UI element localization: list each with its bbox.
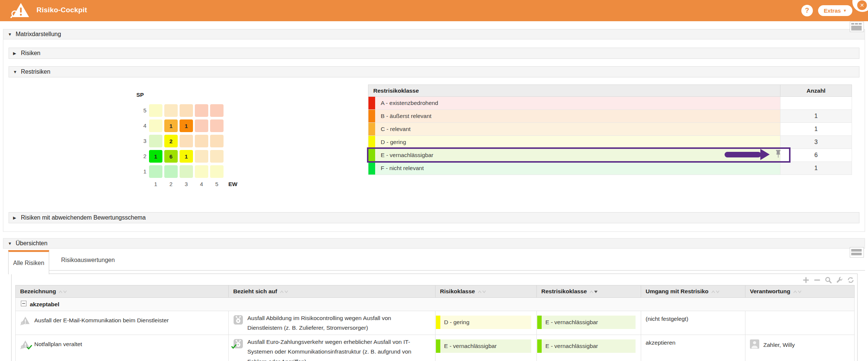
section-matrixdarstellung: ▼ Matrixdarstellung ▶ Risiken ▼ Restrisi…	[3, 29, 865, 232]
column-header[interactable]: Bezieht sich auf	[229, 285, 435, 298]
close-button[interactable]: ✕	[852, 0, 868, 12]
subsection-header-restrisiken[interactable]: ▼ Restrisiken	[9, 66, 859, 77]
matrix-cell[interactable]	[149, 165, 162, 178]
matrix-y-tick: 2	[137, 153, 146, 159]
risk-title[interactable]: Notfallplan veraltet	[34, 339, 82, 348]
matrix-cell[interactable]: 1	[149, 150, 162, 163]
matrix-cell[interactable]	[180, 104, 193, 117]
risk-title[interactable]: Ausfall der E-Mail-Kommunikation beim Di…	[34, 316, 169, 324]
tab-active-alle-risiken[interactable]: Alle Risiken	[8, 250, 49, 274]
restrisiko-row[interactable]: A - existenzbedrohend	[368, 97, 852, 110]
app-header: Risiko-Cockpit ? Extras ▼ ✕	[0, 0, 868, 21]
sort-carets-icon[interactable]	[58, 290, 67, 293]
restrisiko-row[interactable]: F - nicht relevant1	[368, 162, 852, 175]
help-button[interactable]: ?	[801, 5, 813, 16]
refresh-icon[interactable]	[847, 277, 854, 284]
section-title: Matrixdarstellung	[16, 31, 61, 38]
sort-carets-icon[interactable]	[711, 290, 720, 293]
minus-icon[interactable]	[814, 277, 821, 284]
subsection-title: Restrisiken	[21, 68, 50, 75]
matrix-x-tick: 5	[210, 181, 224, 187]
matrix-cell[interactable]: 1	[164, 119, 178, 132]
sort-carets-icon[interactable]	[793, 290, 802, 293]
class-color-bar	[368, 162, 375, 175]
restrisiko-class-label: F - nicht relevant	[375, 162, 780, 175]
matrix-cell[interactable]	[210, 150, 224, 163]
column-header[interactable]: Bezeichnung	[16, 285, 229, 298]
matrix-y-axis-label: SP	[136, 92, 144, 98]
sort-carets-icon[interactable]	[589, 290, 598, 293]
column-header[interactable]: Verantwortung	[745, 285, 855, 298]
arrow-right-annotation	[725, 149, 770, 160]
section-header-uebersichten[interactable]: ▼ Übersichten	[3, 238, 865, 249]
table-row[interactable]: Ausfall der E-Mail-Kommunikation beim Di…	[16, 311, 855, 335]
pin-icon[interactable]	[774, 149, 782, 160]
class-color-bar	[368, 97, 375, 109]
matrix-cell[interactable]	[195, 150, 208, 163]
risiko-cockpit-window: Risiko-Cockpit ? Extras ▼ ✕ ▼ Matrixdars…	[0, 0, 868, 361]
class-color-bar	[368, 110, 375, 122]
matrix-x-tick: 1	[149, 181, 162, 187]
subsection-title: Risiken mit abweichendem Bewertungsschem…	[21, 214, 146, 221]
matrix-cell[interactable]	[149, 119, 162, 132]
restrisiko-row[interactable]: D - gering3	[368, 136, 852, 149]
grid-panel-icon[interactable]	[850, 22, 864, 32]
section-header-matrixdarstellung[interactable]: ▼ Matrixdarstellung	[3, 29, 865, 39]
matrix-cell[interactable]	[210, 104, 224, 117]
class-color-bar	[436, 316, 440, 329]
extras-menu-button[interactable]: Extras ▼	[818, 5, 852, 16]
check-icon	[231, 344, 237, 351]
collapse-triangle-icon: ▶	[13, 215, 18, 220]
matrix-cell[interactable]	[195, 135, 208, 147]
column-header[interactable]: Restrisikoklasse	[537, 285, 641, 298]
matrix-cell[interactable]: 2	[164, 135, 178, 147]
hazard-icon	[233, 339, 243, 349]
matrix-cell[interactable]	[180, 165, 193, 178]
matrix-cell[interactable]	[180, 135, 193, 147]
plus-icon[interactable]	[802, 277, 810, 284]
restrisiko-count: 3	[780, 136, 852, 148]
restrisiko-row[interactable]: C - relevant1	[368, 123, 852, 136]
matrix-cell[interactable]	[195, 119, 208, 132]
matrix-cell[interactable]	[164, 165, 178, 178]
restrisiko-class-label: B - äußerst relevant	[375, 110, 780, 122]
close-icon[interactable]: ✕	[857, 0, 867, 10]
sort-carets-icon[interactable]	[280, 290, 288, 293]
restrisiko-count	[780, 97, 852, 109]
risk-icon	[20, 339, 30, 349]
matrix-cell[interactable]	[210, 165, 224, 178]
matrix-cell[interactable]	[195, 104, 208, 117]
section-title: Übersichten	[16, 240, 47, 247]
matrix-cell[interactable]	[149, 104, 162, 117]
matrix-cell[interactable]: 6	[164, 150, 178, 163]
column-header-anzahl: Anzahl	[780, 85, 852, 96]
group-row[interactable]: akzeptabel	[16, 298, 855, 311]
app-title: Risiko-Cockpit	[37, 6, 87, 14]
matrix-cell[interactable]: 1	[180, 150, 193, 163]
restrisiko-table-header: Restrisikoklasse Anzahl	[368, 84, 852, 97]
wrench-icon[interactable]	[836, 277, 843, 284]
subsection-header-abweichendes-schema[interactable]: ▶ Risiken mit abweichendem Bewertungssch…	[9, 212, 859, 223]
tab-risikoauswertungen[interactable]: Risikoauswertungen	[49, 250, 127, 271]
column-header[interactable]: Umgang mit Restrisiko	[641, 285, 745, 298]
table-row[interactable]: Notfallplan veraltetAusfall Euro-Zahlung…	[16, 335, 855, 361]
class-color-bar	[537, 316, 542, 329]
restrisiko-row[interactable]: B - äußerst relevant1	[368, 110, 852, 123]
matrix-cell[interactable]	[210, 135, 224, 147]
matrix-cell[interactable]	[164, 104, 178, 117]
column-header[interactable]: Risikoklasse	[435, 285, 537, 298]
matrix-cell[interactable]: 1	[180, 119, 193, 132]
tab-content-alle-risiken: BezeichnungBezieht sich aufRisikoklasseR…	[11, 274, 858, 361]
section-body-matrixdarstellung: ▶ Risiken ▼ Restrisiken SP 112161 543211…	[3, 39, 865, 232]
hazard-icon	[233, 315, 243, 325]
matrix-cell[interactable]	[210, 119, 224, 132]
restrisiko-class-label: A - existenzbedrohend	[375, 97, 780, 109]
tab-strip: Alle RisikenRisikoauswertungen	[3, 249, 865, 274]
search-icon[interactable]	[825, 277, 832, 284]
sort-carets-icon[interactable]	[478, 290, 486, 293]
subsection-header-risiken[interactable]: ▶ Risiken	[9, 48, 859, 59]
matrix-cell[interactable]	[149, 135, 162, 147]
matrix-cell[interactable]	[195, 165, 208, 178]
matrix-y-tick: 1	[137, 168, 146, 175]
group-collapse-icon[interactable]	[21, 301, 26, 308]
